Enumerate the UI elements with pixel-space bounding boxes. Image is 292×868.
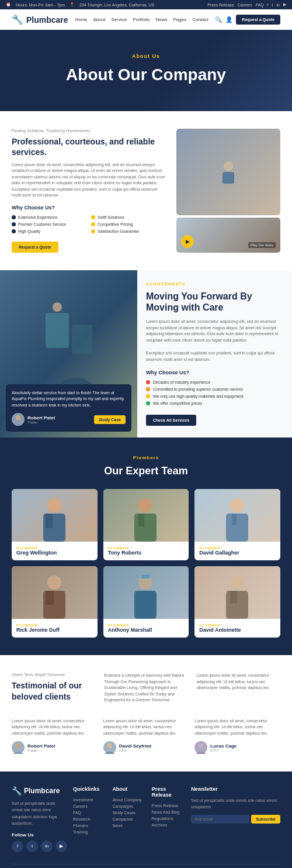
- feature-dot-4: [91, 222, 95, 226]
- svg-point-25: [107, 743, 112, 748]
- svg-point-0: [224, 161, 233, 171]
- achievements-section: Absolutely stellar service from start to…: [0, 270, 292, 438]
- test-name-robert: Robert Patel: [27, 743, 55, 749]
- team-info-anthony: PLUMBER Anthony Marshall: [103, 619, 189, 638]
- footer-link-about-company[interactable]: About Company: [112, 798, 145, 802]
- address-text: 234 Triumph, Los Angeles, California, US: [79, 3, 154, 7]
- footer-social-in[interactable]: in: [41, 841, 53, 852]
- footer-link-archives[interactable]: Archives: [152, 823, 185, 827]
- svg-rect-14: [232, 514, 237, 525]
- achievements-heading: Moving You Forward By Moving with Care: [146, 291, 283, 313]
- footer-social-tw[interactable]: t: [26, 841, 38, 852]
- footer-link-investment[interactable]: Investment: [73, 798, 106, 802]
- newsletter-email-input[interactable]: [191, 815, 249, 824]
- user-icon[interactable]: 👤: [225, 16, 232, 23]
- footer-social-yt[interactable]: ▶: [55, 841, 67, 852]
- social-in[interactable]: in: [277, 3, 280, 7]
- study-case-button[interactable]: Study Case: [94, 415, 126, 424]
- author-name: Robert Patel: [27, 415, 55, 421]
- footer-logo[interactable]: 🔧 Plumbcare: [12, 786, 67, 795]
- svg-point-5: [16, 415, 20, 420]
- play-button[interactable]: ▶: [181, 235, 194, 248]
- newsletter-subscribe-button[interactable]: Subscribe: [251, 815, 280, 824]
- footer-link-news-blog[interactable]: News And Blog: [152, 810, 185, 814]
- test-author-info-robert: Robert Patel Trader: [27, 743, 55, 752]
- footer-social-fb[interactable]: f: [12, 841, 23, 852]
- footer-link-study-cases[interactable]: Study Cases: [112, 811, 145, 815]
- header: 🔧 Plumbcare Home About Service Portfolio…: [0, 9, 292, 30]
- about-cta-button[interactable]: Request a Quote: [12, 242, 58, 253]
- achievements-content: ACHIEVEMENTS Moving You Forward By Movin…: [137, 270, 292, 438]
- footer-link-careers[interactable]: Careers: [73, 804, 106, 808]
- social-yt[interactable]: ▶: [283, 2, 286, 7]
- faq-link[interactable]: FAQ: [256, 3, 264, 7]
- why-text-3: We only use high-quality materials and e…: [153, 394, 244, 398]
- feature-dot-5: [12, 229, 16, 233]
- nav-portfolio[interactable]: Portfolio: [133, 17, 150, 22]
- svg-point-24: [16, 743, 20, 748]
- nav-pages[interactable]: Pages: [173, 17, 187, 22]
- test-role-david: CEO: [119, 749, 152, 752]
- team-photo-tony: [103, 489, 189, 542]
- footer-link-regulations[interactable]: Regulations: [152, 817, 185, 821]
- team-tag: Plumbers: [12, 455, 280, 460]
- feature-dot-1: [12, 215, 16, 219]
- team-card-davida: PLUMBER David Antoinette: [194, 566, 280, 638]
- svg-rect-13: [226, 514, 248, 542]
- footer-newsletter: Newsletter Sed ut perspiciatis unde omni…: [191, 786, 280, 852]
- footer-about-col: 🔧 Plumbcare Sed ut perspiciatis unde omn…: [12, 786, 67, 852]
- test-text-robert: Lorem ipsum dolor sit amet, consectetur …: [12, 718, 98, 737]
- check-services-button[interactable]: Check All Services: [146, 415, 196, 426]
- author-details: Robert Patel Trader: [27, 415, 55, 424]
- footer-link-companies[interactable]: Companies: [112, 817, 145, 821]
- search-icon[interactable]: 🔍: [215, 16, 222, 23]
- nav-home[interactable]: Home: [75, 17, 87, 22]
- nav-service[interactable]: Service: [111, 17, 127, 22]
- team-name-rick: Rick Jerome Duff: [16, 627, 93, 633]
- about-content: Flowing Solutions, Trusted by Homeowners…: [12, 129, 168, 253]
- svg-point-21: [230, 576, 244, 590]
- test-avatar-david: [103, 741, 116, 754]
- feature-4: Competitive Pricing: [91, 222, 168, 226]
- nav-about[interactable]: About: [93, 17, 106, 22]
- footer-link-campaigns[interactable]: Campaigns: [112, 804, 145, 808]
- nav-news[interactable]: News: [155, 17, 167, 22]
- social-f[interactable]: f: [267, 3, 269, 7]
- test-name-david: David Seyfried: [119, 743, 152, 749]
- nav-contact[interactable]: Contact: [192, 17, 208, 22]
- careers-link[interactable]: Careers: [238, 3, 252, 7]
- footer-top: 🔧 Plumbcare Sed ut perspiciatis unde omn…: [12, 786, 280, 852]
- footer-link-research[interactable]: Research: [73, 817, 106, 821]
- press-release-link[interactable]: Press Release: [207, 3, 234, 7]
- svg-rect-8: [46, 514, 53, 528]
- request-quote-button[interactable]: Request a Quote: [236, 15, 280, 25]
- testimonials-grid: Lorem ipsum dolor sit amet, consectetur …: [12, 718, 280, 755]
- why-dot-4: [146, 401, 150, 405]
- team-name-david-g: David Gallagher: [199, 550, 276, 556]
- test-avatar-lucas: [194, 741, 207, 754]
- footer-link-plumers[interactable]: Plumers: [73, 824, 106, 828]
- footer-link-news[interactable]: News: [112, 824, 145, 828]
- feature-6: Satisfaction Guarantee: [91, 229, 168, 233]
- footer-link-faq[interactable]: FAQ: [73, 811, 106, 815]
- feature-label-5: High Quality: [18, 229, 40, 233]
- social-t[interactable]: t: [272, 3, 273, 7]
- clock-icon: ⏰: [6, 2, 11, 7]
- footer-link-press[interactable]: Press Release: [152, 804, 185, 808]
- about-tag: Flowing Solutions, Trusted by Homeowners: [12, 129, 168, 133]
- testimonials-tag: Green Tech, Bright Tomorrow: [12, 673, 95, 677]
- logo[interactable]: 🔧 Plumbcare: [12, 14, 68, 25]
- feature-5: High Quality: [12, 229, 88, 233]
- team-grid: PLUMBER Greg Wellington PLUMBER Tony Rob…: [12, 489, 280, 638]
- svg-rect-20: [141, 575, 150, 578]
- achievements-tag: ACHIEVEMENTS: [146, 282, 283, 286]
- about-images: ▶ Play Our Story: [176, 129, 280, 253]
- why-dot-3: [146, 394, 150, 398]
- test-text-lucas: Lorem ipsum dolor sit amet, consectetur …: [194, 718, 280, 737]
- feature-label-1: Extensive Experience: [18, 215, 57, 219]
- features-grid: Extensive Experience Swift Solutions Pre…: [12, 215, 168, 233]
- testimonials-section: Green Tech, Bright Tomorrow Testimonial …: [0, 655, 292, 771]
- testimonials-body-col: Lorem ipsum dolor sit amet, consectetur …: [197, 673, 280, 706]
- testimonial-card: Absolutely stellar service from start to…: [6, 384, 131, 432]
- footer-link-training[interactable]: Training: [73, 830, 106, 834]
